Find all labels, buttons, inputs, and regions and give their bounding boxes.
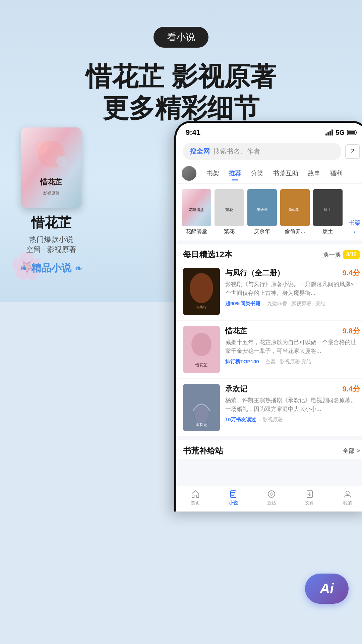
home-icon [191, 489, 200, 499]
svg-point-29 [191, 333, 212, 356]
svg-point-2 [35, 141, 48, 154]
daily-action[interactable]: 换一换 3/12 [323, 250, 360, 259]
book-score-2: 9.8分 [342, 326, 360, 336]
book-info-3: 承欢记 9.4分 杨紫、许凯主演热播剧《承欢记》电视剧同名原著。一场婚礼，因为双… [225, 384, 360, 431]
shelf-cover-2: 繁花 [215, 189, 244, 226]
book-item-2[interactable]: 惜花芷 惜花芷 9.8分 藏拙十五年，花芷原以为自己可以做一个最合格的世家千金安… [176, 321, 362, 379]
tab-recommend[interactable]: 推荐 [224, 166, 246, 180]
svg-rect-36 [231, 494, 235, 494]
book-meta-1: 超90%同类书籍 · 九鹭非香 · 影视原著 · 完结 [225, 301, 360, 307]
tab-bookdesert[interactable]: 书荒互助 [268, 166, 303, 180]
tab-welfare[interactable]: 福利 [325, 166, 347, 180]
chevron-right-icon: › [354, 228, 356, 235]
tab-category[interactable]: 分类 [246, 166, 268, 180]
phone-tab-direct-label: 直达 [267, 500, 276, 506]
phone-tab-file[interactable]: 文件 [305, 489, 314, 506]
shelf-book-1[interactable]: 花醉满堂 花醉满堂 [182, 189, 211, 235]
book-subtitle-line2: 空留 · 影视原著 [26, 245, 76, 255]
svg-text:承欢记: 承欢记 [195, 422, 207, 427]
book-title-row-1: 与凤行（全二册） 9.4分 [225, 268, 360, 278]
tab-story[interactable]: 故事 [303, 166, 325, 180]
daily-action-label: 换一换 [323, 251, 341, 259]
meta-text-2: 空留 · 影视原著·完结 [265, 359, 311, 365]
shelf-cover-1: 花醉满堂 [182, 189, 211, 226]
book-item-1[interactable]: 与凤行 与凤行（全二册） 9.4分 影视剧《与凤行》原著小说。一只陨落凡间的凤凰… [176, 263, 362, 321]
phone-bottom-bar: 首页 小说 直达 文件 [176, 486, 362, 512]
shelf-label-3: 庆余年 [254, 228, 270, 235]
svg-text:与凤行: 与凤行 [196, 305, 206, 309]
svg-point-41 [346, 491, 349, 494]
tag-pill-wrapper: 看小说 [0, 27, 362, 48]
phone-tab-mine[interactable]: 我的 [343, 489, 352, 506]
phone-content: 花醉满堂 花醉满堂 繁花 繁花 [176, 184, 362, 486]
phone-tab-novel[interactable]: 小说 [229, 489, 238, 506]
phone-tab-direct[interactable]: 直达 [267, 489, 276, 506]
phone-tab-novel-label: 小说 [229, 500, 238, 506]
book-item-3[interactable]: 承欢记 承欢记 9.4分 杨紫、许凯主演热播剧《承欢记》电视剧同名原著。一场婚礼… [176, 379, 362, 437]
svg-point-32 [195, 406, 208, 423]
shelf-label-2: 繁花 [224, 228, 235, 235]
download-icon [305, 489, 314, 499]
book-title-row-3: 承欢记 9.4分 [225, 384, 360, 394]
shelf-book-2[interactable]: 繁花 繁花 [215, 189, 244, 235]
book-info-2: 惜花芷 9.8分 藏拙十五年，花芷原以为自己可以做一个最合格的世家千金安稳一辈子… [225, 326, 360, 373]
book-subtitle: 热门爆款小说 空留 · 影视原著 [26, 234, 76, 255]
tab-bookshelf[interactable]: 书架 [202, 166, 224, 180]
book-cover-small: 惜花芷 影视原著 [21, 127, 81, 208]
book-card-float: 惜花芷 影视原著 惜花芷 热门爆款小说 空留 · 影视原著 ❧ 精品小说 ❧ [20, 127, 82, 275]
book-meta-3: 10万书友读过 · 影视原著 [225, 417, 360, 423]
shelf-book-3[interactable]: 庆余年 庆余年 [247, 189, 277, 235]
status-bar: 9:41 5G [176, 123, 362, 140]
shelf-cover-5: 废土 [313, 189, 343, 226]
status-time: 9:41 [186, 128, 200, 137]
meta-badge-3: 10万书友读过 [225, 417, 256, 423]
booksupply-action[interactable]: 全部 > [343, 447, 360, 455]
person-icon [343, 489, 352, 499]
tag-pill: 看小说 [154, 27, 208, 48]
ai-fab-button[interactable]: Ai [305, 574, 349, 604]
book-title-2: 惜花芷 [225, 326, 247, 336]
shelf-more-button[interactable]: 书架 › [346, 219, 362, 235]
daily-section-header: 每日精选12本 换一换 3/12 [176, 244, 362, 263]
novel-icon [229, 489, 238, 499]
phone-tab-home[interactable]: 首页 [191, 489, 200, 506]
svg-text:偷偷养...: 偷偷养... [289, 208, 301, 212]
svg-rect-21 [280, 189, 310, 226]
laurel-right-icon: ❧ [75, 263, 82, 274]
svg-text:废土: 废土 [324, 207, 332, 212]
svg-text:花醉满堂: 花醉满堂 [189, 208, 204, 212]
svg-point-38 [268, 491, 275, 497]
meta-badge-1: 超90%同类书籍 [225, 301, 260, 307]
shelf-book-4[interactable]: 偷偷养... 偷偷养... [280, 189, 310, 235]
book-cover-xihuachi: 惜花芷 [183, 326, 220, 373]
svg-rect-14 [348, 131, 355, 134]
meta-badge-2: 排行榜TOP100 [225, 359, 259, 365]
shelf-label-1: 花醉满堂 [186, 228, 207, 235]
svg-text:庆余年: 庆余年 [257, 208, 268, 212]
hero-line2: 更多精彩细节 [13, 93, 349, 124]
search-bar[interactable]: 搜全网 搜索书名、作者 2 [176, 140, 362, 163]
svg-text:繁花: 繁花 [225, 207, 233, 212]
search-placeholder: 搜索书名、作者 [213, 147, 260, 156]
top-section: 看小说 惜花芷 影视原著 更多精彩细节 [0, 0, 362, 302]
search-count-button[interactable]: 2 [345, 144, 360, 159]
shelf-cover-3: 庆余年 [247, 189, 277, 226]
ai-button-label: Ai [320, 581, 334, 597]
shelf-label-5: 废土 [322, 228, 333, 235]
shelf-book-5[interactable]: 废土 废土 [313, 189, 343, 235]
booksupply-title: 书荒补给站 [183, 445, 223, 456]
hero-title: 惜花芷 影视原著 更多精彩细节 [0, 61, 362, 124]
phone-tab-file-label: 文件 [305, 500, 314, 506]
signal-bars-icon [325, 129, 333, 136]
daily-badge: 3/12 [343, 250, 360, 259]
book-cover-chengyouji: 承欢记 [183, 384, 220, 431]
user-avatar[interactable] [182, 166, 196, 181]
book-cover-yufengxing: 与凤行 [183, 268, 220, 315]
svg-text:影视原著: 影视原著 [43, 191, 59, 196]
book-title-3: 承欢记 [225, 384, 247, 394]
search-input-area[interactable]: 搜全网 搜索书名、作者 [183, 143, 341, 160]
signal-type: 5G [336, 129, 345, 137]
meta-text-3: 影视原著 [263, 417, 283, 423]
book-score-1: 9.4分 [342, 268, 360, 278]
book-subtitle-line1: 热门爆款小说 [26, 234, 76, 245]
